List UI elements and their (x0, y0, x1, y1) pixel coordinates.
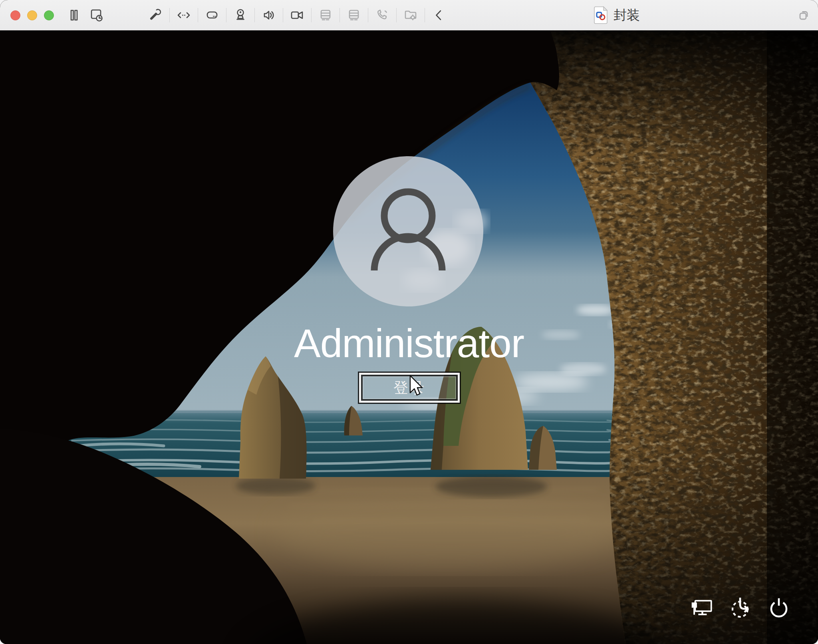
utm-document-icon (594, 6, 608, 24)
sign-in-button[interactable]: 登录 (359, 373, 460, 403)
network-status-button[interactable] (691, 597, 713, 619)
sound-button[interactable] (260, 6, 278, 24)
traffic-lights (10, 10, 54, 20)
shared-drive-button (317, 6, 334, 24)
chevron-left-icon (431, 7, 447, 23)
utm-vm-window: 封装 (0, 0, 818, 644)
window-title-text: 封装 (614, 6, 640, 24)
sign-in-label: 登录 (393, 378, 425, 398)
user-avatar[interactable] (333, 156, 483, 306)
ease-of-access-button[interactable] (729, 597, 752, 619)
ease-of-access-icon (729, 597, 752, 619)
save-state-button[interactable] (87, 6, 105, 24)
power-button[interactable] (768, 597, 790, 619)
pause-icon (66, 7, 82, 23)
pause-button[interactable] (65, 6, 83, 24)
speaker-icon (261, 7, 277, 23)
wrench-tools-button[interactable] (147, 6, 164, 24)
vm-display[interactable]: Administrator 登录 (0, 30, 818, 644)
username-label: Administrator (0, 320, 818, 366)
power-icon (768, 597, 790, 619)
collapse-toolbar-button[interactable] (430, 6, 448, 24)
titlebar: 封装 (0, 0, 818, 31)
webcam-icon (232, 7, 248, 23)
video-camera-icon (289, 7, 305, 23)
wrench-icon (147, 7, 163, 23)
new-window-icon (796, 7, 812, 23)
webcam-button[interactable] (232, 6, 249, 24)
window-title: 封装 (594, 0, 640, 30)
new-window-button[interactable] (796, 7, 812, 23)
drive-button[interactable] (203, 6, 221, 24)
phone-icon (374, 7, 390, 23)
screenshot: 封装 (0, 0, 818, 644)
call-button (373, 6, 391, 24)
shared-drive-2-button (345, 6, 363, 24)
folder-gear-icon (403, 7, 419, 23)
drive-icon (204, 7, 220, 23)
console-button[interactable] (175, 6, 193, 24)
server-icon (318, 7, 334, 23)
server-2-icon (346, 7, 362, 23)
folder-tools-button (402, 6, 419, 24)
network-icon (691, 597, 713, 619)
save-state-icon (88, 7, 104, 23)
default-person-icon (333, 156, 483, 306)
minimize-button[interactable] (27, 10, 37, 20)
close-button[interactable] (10, 10, 20, 20)
video-capture-button[interactable] (288, 6, 306, 24)
code-arrows-icon (176, 7, 192, 23)
zoom-button[interactable] (44, 10, 54, 20)
